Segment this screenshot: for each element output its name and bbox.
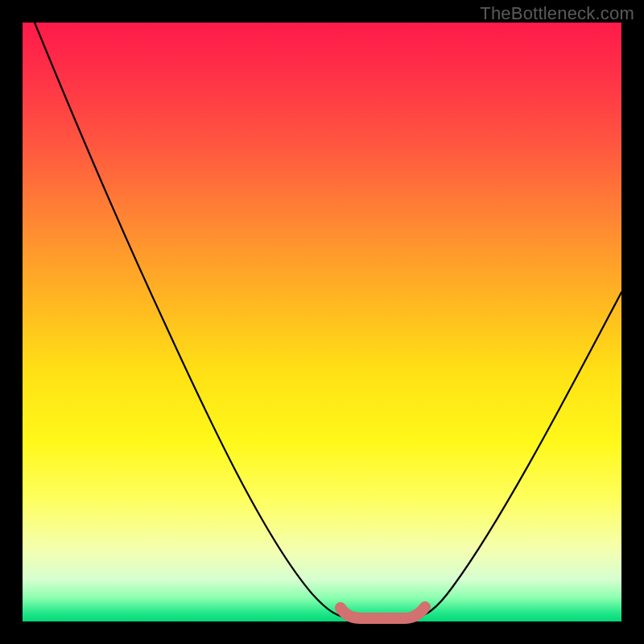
flat-bottom-highlight [341,607,425,618]
watermark-text: TheBottleneck.com [480,3,634,24]
chart-plot-area [23,23,621,621]
bottleneck-curve-path [35,23,621,618]
bottleneck-curve-svg [23,23,621,621]
